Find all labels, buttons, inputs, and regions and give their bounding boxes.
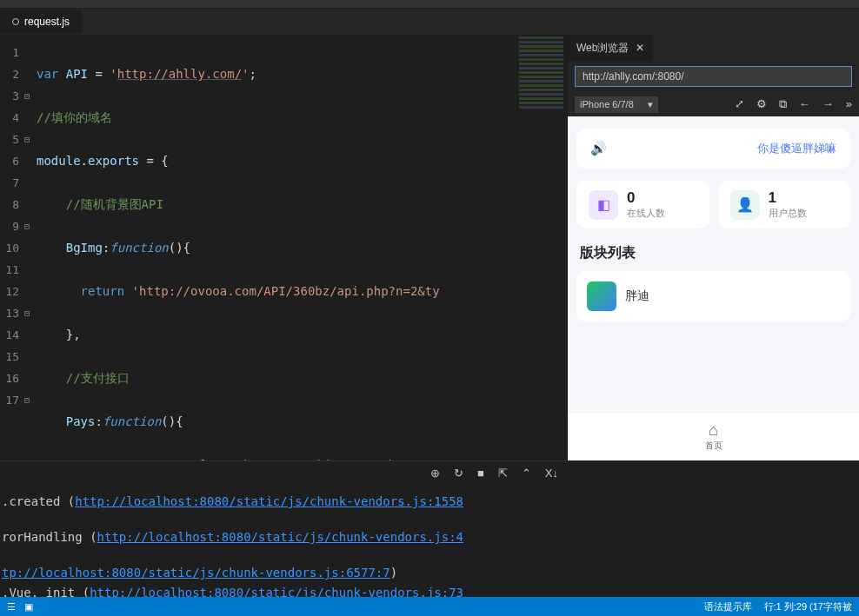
editor-tabbar: request.js bbox=[0, 9, 859, 35]
console-link[interactable]: tp://localhost:8080/static/js/chunk-vend… bbox=[2, 566, 390, 580]
board-item[interactable]: 胖迪 bbox=[576, 271, 850, 321]
browser-tab[interactable]: Web浏览器 ✕ bbox=[568, 35, 653, 62]
export-icon[interactable]: ⇱ bbox=[498, 467, 508, 480]
nav-home-label: 首页 bbox=[705, 440, 722, 452]
board-icon bbox=[587, 282, 616, 311]
stat-users[interactable]: 👤 1 用户总数 bbox=[718, 181, 851, 229]
unsaved-indicator-icon bbox=[12, 18, 19, 25]
fold-gutter: ⊟ ⊟ ⊟ ⊟ ⊟ bbox=[24, 35, 37, 460]
line-gutter: 1234567891011121314151617 bbox=[0, 35, 24, 460]
browser-tabbar: Web浏览器 ✕ bbox=[568, 35, 859, 61]
browser-tab-label: Web浏览器 bbox=[576, 41, 629, 56]
main-split: 1234567891011121314151617 ⊟ ⊟ ⊟ ⊟ ⊟ var … bbox=[0, 35, 859, 460]
console-output[interactable]: .created (http://localhost:8080/static/j… bbox=[0, 485, 567, 606]
board-name: 胖迪 bbox=[625, 288, 649, 304]
speaker-icon: 🔊 bbox=[590, 141, 607, 156]
stat-users-value: 1 bbox=[769, 189, 807, 207]
code-body[interactable]: var API = 'http://ahlly.com/'; //填你的域名 m… bbox=[37, 35, 515, 460]
editor-pane: 1234567891011121314151617 ⊟ ⊟ ⊟ ⊟ ⊟ var … bbox=[0, 35, 567, 460]
status-position[interactable]: 行:1 列:29 (17字符被 bbox=[764, 600, 852, 613]
console-link[interactable]: http://localhost:8080/static/js/chunk-ve… bbox=[97, 530, 463, 544]
window-topbar bbox=[0, 0, 859, 9]
clear-icon[interactable]: X↓ bbox=[545, 467, 558, 480]
tab-label: request.js bbox=[24, 16, 70, 28]
back-icon[interactable]: ← bbox=[799, 97, 810, 111]
mobile-preview: 🔊 你是傻逼胖娣嘛 ◧ 0 在线人数 👤 1 bbox=[568, 116, 859, 460]
bottom-nav[interactable]: ⌂ 首页 bbox=[568, 412, 859, 460]
status-icon[interactable]: ☰ bbox=[7, 601, 16, 613]
close-icon[interactable]: ✕ bbox=[636, 42, 644, 54]
stat-users-label: 用户总数 bbox=[769, 207, 807, 220]
section-title: 版块列表 bbox=[580, 244, 847, 262]
collapse-icon[interactable]: ⌃ bbox=[522, 467, 531, 480]
notice-card[interactable]: 🔊 你是傻逼胖娣嘛 bbox=[576, 129, 850, 169]
tab-request-js[interactable]: request.js bbox=[0, 10, 82, 33]
bug-icon[interactable]: ⊕ bbox=[430, 467, 440, 480]
url-input[interactable]: http://ahlly.com/:8080/ bbox=[575, 66, 852, 87]
stat-online-label: 在线人数 bbox=[627, 207, 665, 220]
console-toolbar: ⊕ ↻ ■ ⇱ ⌃ X↓ bbox=[0, 460, 567, 485]
browser-toolbar: iPhone 6/7/8 ▾ ⤢ ⚙ ⧉ ← → » bbox=[568, 92, 859, 116]
notice-text: 你是傻逼胖娣嘛 bbox=[757, 141, 836, 156]
stop-icon[interactable]: ■ bbox=[477, 467, 484, 480]
console-link[interactable]: http://localhost:8080/static/js/chunk-ve… bbox=[75, 494, 463, 508]
minimap[interactable] bbox=[515, 35, 567, 460]
chevron-down-icon: ▾ bbox=[648, 99, 653, 110]
popout-icon[interactable]: ⧉ bbox=[779, 97, 787, 111]
device-select[interactable]: iPhone 6/7/8 ▾ bbox=[575, 96, 658, 113]
more-icon[interactable]: » bbox=[846, 97, 852, 111]
status-hint[interactable]: 语法提示库 bbox=[704, 600, 752, 613]
home-icon: ⌂ bbox=[709, 421, 718, 440]
status-icon2[interactable]: ▣ bbox=[24, 601, 33, 613]
status-bar: ☰ ▣ 语法提示库 行:1 列:29 (17字符被 bbox=[0, 597, 859, 616]
code-container[interactable]: 1234567891011121314151617 ⊟ ⊟ ⊟ ⊟ ⊟ var … bbox=[0, 35, 567, 460]
gear-icon[interactable]: ⚙ bbox=[756, 97, 767, 111]
stat-online[interactable]: ◧ 0 在线人数 bbox=[576, 181, 709, 229]
rotate-icon[interactable]: ⤢ bbox=[735, 97, 744, 111]
cube-icon: ◧ bbox=[589, 190, 618, 220]
browser-pane: Web浏览器 ✕ http://ahlly.com/:8080/ iPhone … bbox=[567, 35, 859, 460]
stat-online-value: 0 bbox=[627, 189, 665, 207]
forward-icon[interactable]: → bbox=[822, 97, 834, 111]
refresh-icon[interactable]: ↻ bbox=[454, 467, 463, 480]
user-icon: 👤 bbox=[730, 190, 760, 220]
